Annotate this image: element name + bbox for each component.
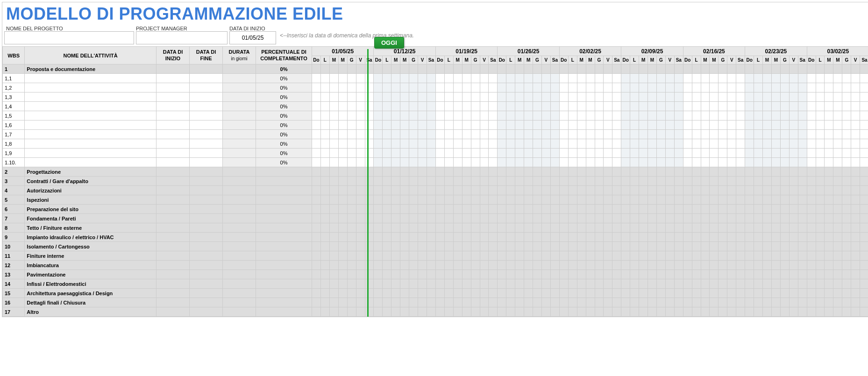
gantt-cell[interactable] bbox=[692, 195, 701, 205]
gantt-cell[interactable] bbox=[524, 289, 533, 298]
gantt-cell[interactable] bbox=[374, 289, 383, 298]
gantt-cell[interactable] bbox=[745, 214, 754, 223]
gantt-cell[interactable] bbox=[427, 251, 435, 261]
gantt-cell[interactable] bbox=[701, 158, 710, 167]
gantt-cell[interactable] bbox=[789, 149, 798, 158]
gantt-cell[interactable] bbox=[338, 307, 347, 317]
gantt-cell[interactable] bbox=[639, 139, 648, 149]
gantt-cell[interactable] bbox=[833, 167, 842, 177]
gantt-cell[interactable] bbox=[816, 270, 825, 279]
gantt-cell[interactable] bbox=[807, 242, 816, 251]
gantt-cell[interactable] bbox=[427, 64, 435, 74]
gantt-cell[interactable] bbox=[833, 270, 842, 279]
gantt-cell[interactable] bbox=[329, 92, 338, 102]
start-cell[interactable] bbox=[156, 167, 189, 177]
gantt-cell[interactable] bbox=[612, 64, 621, 74]
gantt-cell[interactable] bbox=[524, 279, 533, 289]
task-row[interactable]: 1,40% bbox=[3, 102, 868, 111]
gantt-cell[interactable] bbox=[621, 149, 630, 158]
gantt-cell[interactable] bbox=[506, 83, 515, 92]
gantt-cell[interactable] bbox=[692, 242, 701, 251]
gantt-cell[interactable] bbox=[391, 289, 400, 298]
gantt-cell[interactable] bbox=[471, 279, 480, 289]
gantt-cell[interactable] bbox=[798, 102, 807, 111]
duration-cell[interactable] bbox=[222, 279, 256, 289]
gantt-cell[interactable] bbox=[683, 205, 692, 214]
gantt-cell[interactable] bbox=[374, 223, 383, 233]
gantt-cell[interactable] bbox=[621, 242, 630, 251]
gantt-cell[interactable] bbox=[692, 233, 701, 242]
gantt-cell[interactable] bbox=[825, 205, 833, 214]
gantt-cell[interactable] bbox=[347, 158, 356, 167]
gantt-cell[interactable] bbox=[347, 83, 356, 92]
gantt-cell[interactable] bbox=[745, 121, 754, 130]
gantt-cell[interactable] bbox=[860, 307, 868, 317]
gantt-cell[interactable] bbox=[515, 242, 524, 251]
gantt-cell[interactable] bbox=[763, 111, 772, 121]
gantt-cell[interactable] bbox=[515, 307, 524, 317]
gantt-cell[interactable] bbox=[789, 307, 798, 317]
gantt-cell[interactable] bbox=[665, 205, 674, 214]
gantt-cell[interactable] bbox=[692, 130, 701, 139]
gantt-cell[interactable] bbox=[568, 195, 577, 205]
gantt-cell[interactable] bbox=[338, 158, 347, 167]
gantt-cell[interactable] bbox=[851, 74, 860, 83]
gantt-cell[interactable] bbox=[550, 149, 559, 158]
gantt-cell[interactable] bbox=[727, 223, 736, 233]
gantt-cell[interactable] bbox=[807, 186, 816, 195]
gantt-cell[interactable] bbox=[745, 289, 754, 298]
gantt-cell[interactable] bbox=[692, 149, 701, 158]
gantt-cell[interactable] bbox=[489, 83, 498, 92]
gantt-cell[interactable] bbox=[568, 223, 577, 233]
gantt-cell[interactable] bbox=[745, 130, 754, 139]
gantt-cell[interactable] bbox=[816, 279, 825, 289]
gantt-cell[interactable] bbox=[710, 102, 719, 111]
gantt-cell[interactable] bbox=[356, 223, 365, 233]
gantt-cell[interactable] bbox=[498, 92, 506, 102]
gantt-cell[interactable] bbox=[692, 307, 701, 317]
gantt-cell[interactable] bbox=[506, 177, 515, 186]
gantt-cell[interactable] bbox=[462, 233, 471, 242]
gantt-cell[interactable] bbox=[329, 102, 338, 111]
gantt-cell[interactable] bbox=[656, 92, 665, 102]
gantt-cell[interactable] bbox=[506, 111, 515, 121]
gantt-cell[interactable] bbox=[356, 130, 365, 139]
gantt-cell[interactable] bbox=[763, 195, 772, 205]
gantt-cell[interactable] bbox=[825, 261, 833, 270]
gantt-cell[interactable] bbox=[719, 261, 727, 270]
gantt-cell[interactable] bbox=[648, 139, 657, 149]
gantt-cell[interactable] bbox=[833, 139, 842, 149]
gantt-cell[interactable] bbox=[453, 233, 462, 242]
gantt-cell[interactable] bbox=[842, 261, 851, 270]
gantt-cell[interactable] bbox=[338, 64, 347, 74]
gantt-cell[interactable] bbox=[480, 279, 489, 289]
gantt-cell[interactable] bbox=[860, 64, 868, 74]
gantt-cell[interactable] bbox=[692, 251, 701, 261]
gantt-cell[interactable] bbox=[683, 149, 692, 158]
gantt-cell[interactable] bbox=[365, 242, 374, 251]
start-cell[interactable] bbox=[156, 233, 189, 242]
gantt-cell[interactable] bbox=[586, 64, 595, 74]
gantt-cell[interactable] bbox=[541, 139, 550, 149]
gantt-cell[interactable] bbox=[312, 214, 321, 223]
gantt-cell[interactable] bbox=[586, 130, 595, 139]
gantt-cell[interactable] bbox=[621, 307, 630, 317]
gantt-cell[interactable] bbox=[745, 139, 754, 149]
gantt-cell[interactable] bbox=[498, 251, 506, 261]
gantt-cell[interactable] bbox=[453, 64, 462, 74]
gantt-cell[interactable] bbox=[656, 121, 665, 130]
gantt-cell[interactable] bbox=[453, 298, 462, 307]
gantt-cell[interactable] bbox=[515, 223, 524, 233]
gantt-cell[interactable] bbox=[383, 177, 391, 186]
gantt-cell[interactable] bbox=[789, 167, 798, 177]
gantt-cell[interactable] bbox=[586, 205, 595, 214]
gantt-cell[interactable] bbox=[347, 214, 356, 223]
gantt-cell[interactable] bbox=[612, 139, 621, 149]
gantt-cell[interactable] bbox=[674, 121, 683, 130]
gantt-cell[interactable] bbox=[833, 111, 842, 121]
start-cell[interactable] bbox=[156, 130, 189, 139]
gantt-cell[interactable] bbox=[621, 111, 630, 121]
gantt-cell[interactable] bbox=[427, 74, 435, 83]
gantt-cell[interactable] bbox=[524, 242, 533, 251]
gantt-cell[interactable] bbox=[498, 279, 506, 289]
